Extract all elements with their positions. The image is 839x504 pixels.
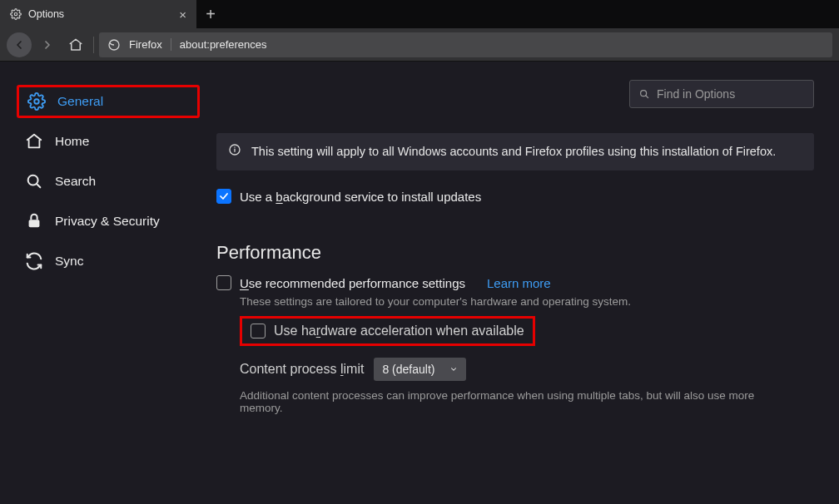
background-service-label: Use a background service to install upda… [240,190,481,204]
hw-accel-row: Use hardware acceleration when available [240,316,535,346]
content-process-note: Additional content processes can improve… [240,389,789,414]
tab-strip: Options × + [0,0,839,28]
recommended-perf-checkbox[interactable] [216,275,231,290]
search-icon [638,88,650,100]
find-in-options-input[interactable]: Find in Options [629,80,814,108]
search-placeholder: Find in Options [657,87,735,101]
svg-line-4 [37,184,40,187]
svg-point-2 [34,99,39,104]
svg-line-7 [646,96,648,98]
background-service-checkbox-row: Use a background service to install upda… [216,189,814,204]
learn-more-link[interactable]: Learn more [487,276,551,290]
content-process-limit-select[interactable]: 8 (default) [374,358,466,381]
firefox-icon [107,38,121,52]
hw-accel-label: Use hardware acceleration when available [274,324,524,338]
svg-point-10 [234,146,235,147]
sidebar-item-privacy[interactable]: Privacy & Security [17,205,200,238]
perf-tailored-note: These settings are tailored to your comp… [240,295,814,308]
search-wrap: Find in Options [216,80,814,108]
sidebar-item-label: Home [55,134,89,149]
hw-accel-checkbox[interactable] [251,324,266,338]
gear-icon [10,8,22,20]
sync-icon [25,252,43,270]
select-value: 8 (default) [382,363,434,376]
info-banner: This setting will apply to all Windows a… [216,133,814,170]
sidebar-item-label: General [57,94,103,109]
search-icon [25,172,43,190]
sidebar-item-home[interactable]: Home [17,125,200,158]
svg-point-0 [14,12,17,16]
sidebar-item-sync[interactable]: Sync [17,245,200,278]
home-button[interactable] [63,32,88,57]
content-process-limit-label: Content process limit [240,362,364,377]
lock-icon [25,212,43,230]
sidebar-item-label: Privacy & Security [55,214,160,229]
info-icon [228,143,241,161]
preferences-sidebar: General Home Search Privacy & Security S… [0,62,216,504]
new-tab-button[interactable]: + [196,0,225,28]
chevron-down-icon [449,365,458,373]
toolbar-divider [93,37,94,53]
sidebar-item-search[interactable]: Search [17,165,200,198]
recommended-perf-label: Use recommended performance settings [240,276,465,290]
sidebar-item-general[interactable]: General [17,85,200,118]
sidebar-item-label: Sync [55,254,83,269]
browser-tab-options[interactable]: Options × [0,0,196,28]
back-button[interactable] [7,32,32,57]
home-icon [25,132,43,151]
preferences-page: General Home Search Privacy & Security S… [0,62,839,504]
performance-heading: Performance [216,242,814,264]
info-banner-text: This setting will apply to all Windows a… [251,143,776,161]
recommended-perf-row: Use recommended performance settings Lea… [216,275,814,290]
forward-button[interactable] [35,32,60,57]
content-process-limit-row: Content process limit 8 (default) [240,358,814,381]
nav-toolbar: Firefox about:preferences [0,28,839,62]
url-identity-label: Firefox [129,38,171,51]
preferences-content: Find in Options This setting will apply … [216,62,839,504]
tab-title: Options [28,8,64,20]
url-bar[interactable]: Firefox about:preferences [99,32,832,57]
background-service-checkbox[interactable] [216,189,231,204]
gear-icon [27,92,46,111]
svg-rect-5 [29,220,40,227]
sidebar-item-label: Search [55,174,96,189]
close-tab-button[interactable]: × [179,7,186,22]
url-text: about:preferences [180,38,267,51]
